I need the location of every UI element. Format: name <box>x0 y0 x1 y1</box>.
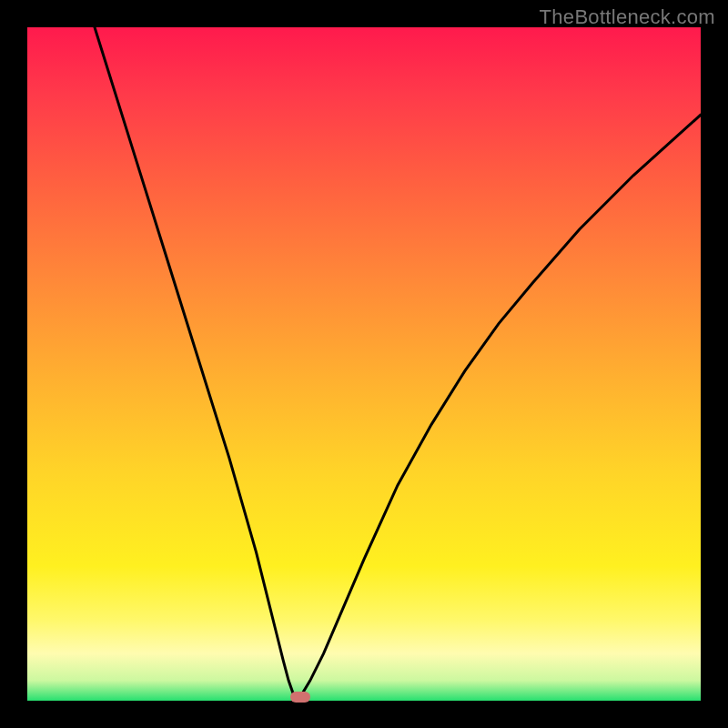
watermark-text: TheBottleneck.com <box>540 5 715 29</box>
chart-outer-frame: TheBottleneck.com <box>0 0 728 728</box>
minimum-marker-icon <box>290 692 310 703</box>
bottleneck-curve <box>95 27 701 697</box>
plot-area <box>27 27 701 701</box>
curve-svg <box>27 27 701 701</box>
